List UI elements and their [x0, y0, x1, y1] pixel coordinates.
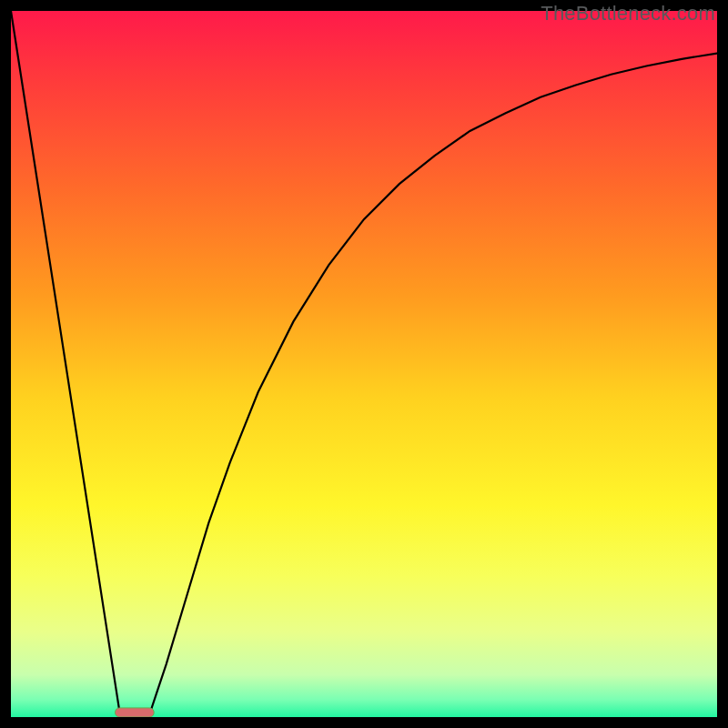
optimal-marker — [116, 708, 155, 717]
bottleneck-chart — [11, 11, 717, 717]
chart-background — [11, 11, 717, 717]
watermark-text: TheBottleneck.com — [541, 2, 715, 25]
